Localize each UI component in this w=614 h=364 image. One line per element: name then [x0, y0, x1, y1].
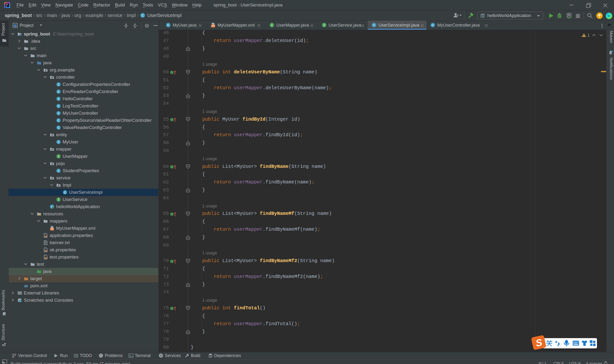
svg-text:C: C	[57, 126, 59, 130]
svg-text:C: C	[57, 169, 59, 173]
svg-text:I: I	[171, 260, 173, 263]
svg-text:I: I	[171, 166, 173, 169]
svg-text:<>: <>	[211, 25, 215, 27]
svg-text:C: C	[57, 119, 59, 122]
svg-text:C: C	[57, 104, 59, 108]
svg-text:C: C	[373, 23, 375, 27]
svg-text:C: C	[432, 23, 434, 27]
svg-text:I: I	[171, 119, 173, 121]
svg-text:I: I	[171, 307, 173, 310]
svg-text:I: I	[58, 155, 59, 158]
svg-text:I: I	[171, 213, 173, 216]
svg-text:C: C	[142, 14, 144, 17]
svg-text:C: C	[64, 191, 66, 194]
svg-text:m: m	[25, 284, 28, 288]
svg-text:I: I	[58, 198, 59, 201]
svg-text:<>: <>	[50, 228, 54, 231]
svg-text:IJ: IJ	[6, 3, 8, 6]
svg-text:C: C	[167, 23, 170, 27]
svg-text:C: C	[57, 90, 59, 93]
svg-text:I: I	[271, 24, 273, 27]
svg-text:I: I	[171, 71, 173, 74]
svg-text:C: C	[57, 97, 59, 101]
svg-text:I: I	[323, 24, 325, 27]
svg-text:C: C	[57, 112, 59, 115]
svg-text:C: C	[57, 141, 59, 144]
svg-text:C: C	[57, 83, 59, 86]
